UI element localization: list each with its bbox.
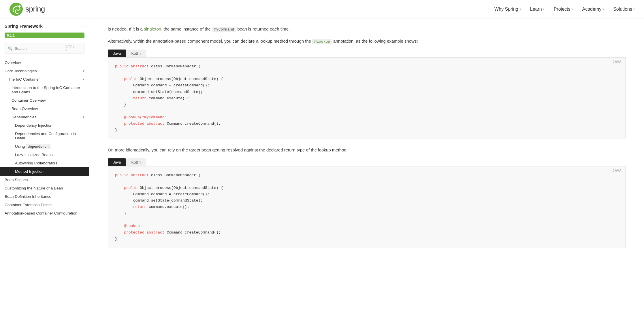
sidebar-item-core-technologies[interactable]: Core Technologies ▾ xyxy=(0,67,89,75)
svg-point-1 xyxy=(19,5,21,7)
sidebar-item-container-extension[interactable]: Container Extension Points xyxy=(0,201,89,209)
annotation-config-chevron: › xyxy=(83,212,84,215)
main-layout: Spring Framework ··· 6.1.1 🔍 CTRL + K Ov… xyxy=(0,18,644,332)
nav-solutions[interactable]: Solutions ▾ xyxy=(613,7,635,12)
search-shortcut: CTRL + K xyxy=(65,45,81,52)
my-command-inline-code: myCommand xyxy=(212,27,236,32)
nav-projects-chevron: ▾ xyxy=(571,7,573,11)
code-block-2: JAVA public abstract class CommandManage… xyxy=(108,166,626,248)
sidebar-item-dependency-injection[interactable]: Dependency Injection xyxy=(0,121,89,130)
nav-why-spring[interactable]: Why Spring ▾ xyxy=(494,7,521,12)
main-content: is needed. If it is a singleton, the sam… xyxy=(89,18,644,332)
nav-learn-chevron: ▾ xyxy=(543,7,545,11)
sidebar-title: Spring Framework xyxy=(5,24,43,29)
sidebar-item-dependencies-config[interactable]: Dependencies and Configuration in Detail xyxy=(0,130,89,142)
sidebar-item-container-overview[interactable]: Container Overview xyxy=(0,96,89,105)
sidebar-item-bean-definition-inheritance[interactable]: Bean Definition Inheritance xyxy=(0,192,89,201)
nav-why-spring-chevron: ▾ xyxy=(519,7,521,11)
code-block-1: JAVA public abstract class CommandManage… xyxy=(108,57,626,139)
nav-solutions-chevron: ▾ xyxy=(633,7,635,11)
tab-kotlin-1[interactable]: Kotlin xyxy=(126,50,146,57)
ioc-container-chevron: ▾ xyxy=(83,77,84,81)
sidebar-item-bean-overview[interactable]: Bean Overview xyxy=(0,105,89,113)
main-nav: Why Spring ▾ Learn ▾ Projects ▾ Academy … xyxy=(494,7,635,12)
sidebar-nav: Overview Core Technologies ▾ The IoC Con… xyxy=(0,57,89,332)
sidebar-item-autowiring[interactable]: Autowiring Collaborators xyxy=(0,159,89,167)
sidebar-item-customizing-bean[interactable]: Customizing the Nature of a Bean xyxy=(0,184,89,192)
sidebar-item-dependencies[interactable]: Dependencies ▾ xyxy=(0,113,89,121)
code-content-1: public abstract class CommandManager { p… xyxy=(108,58,625,139)
svg-point-0 xyxy=(10,2,23,16)
nav-academy[interactable]: Academy ▾ xyxy=(582,7,604,12)
header: spring Why Spring ▾ Learn ▾ Projects ▾ A… xyxy=(0,0,644,18)
sidebar-item-introduction[interactable]: Introduction to the Spring IoC Container… xyxy=(0,84,89,96)
logo[interactable]: spring xyxy=(9,2,45,16)
version-badge[interactable]: 6.1.1 xyxy=(5,33,84,38)
sidebar-item-lazy-beans[interactable]: Lazy-initialized Beans xyxy=(0,151,89,159)
sidebar-item-depends-on[interactable]: Using depends-on xyxy=(0,142,89,151)
nav-projects-label: Projects xyxy=(554,7,570,12)
code-tabs-1: Java Kotlin xyxy=(108,50,626,57)
nav-solutions-label: Solutions xyxy=(613,7,632,12)
code-content-2: public abstract class CommandManager { p… xyxy=(108,166,625,248)
search-box[interactable]: 🔍 CTRL + K xyxy=(5,43,84,54)
tab-java-2[interactable]: Java xyxy=(108,158,126,166)
tab-java-1[interactable]: Java xyxy=(108,50,126,57)
nav-academy-label: Academy xyxy=(582,7,601,12)
sidebar-item-method-injection[interactable]: Method Injection xyxy=(0,167,89,176)
nav-learn[interactable]: Learn ▾ xyxy=(530,7,545,12)
search-icon: 🔍 xyxy=(8,46,12,51)
content-para-2: Alternatively, within the annotation-bas… xyxy=(108,37,626,45)
sidebar-menu-icon[interactable]: ··· xyxy=(78,23,84,29)
singleton-link[interactable]: singleton xyxy=(144,26,161,31)
sidebar-item-bean-scopes[interactable]: Bean Scopes xyxy=(0,176,89,184)
code-block-1-wrapper: Java Kotlin JAVA public abstract class C… xyxy=(108,50,626,139)
core-technologies-chevron: ▾ xyxy=(83,69,84,73)
nav-projects[interactable]: Projects ▾ xyxy=(554,7,573,12)
code-tabs-2: Java Kotlin xyxy=(108,158,626,166)
sidebar-item-annotation-config[interactable]: Annotation-based Container Configuration… xyxy=(0,209,89,217)
nav-why-spring-label: Why Spring xyxy=(494,7,518,12)
sidebar-header: Spring Framework ··· xyxy=(0,18,89,31)
content-para-1: is needed. If it is a singleton, the sam… xyxy=(108,25,626,33)
code-lang-label-1: JAVA xyxy=(613,60,622,63)
lookup-annotation-inline: @Lookup xyxy=(312,39,332,44)
search-input[interactable] xyxy=(15,46,63,51)
spring-logo-icon xyxy=(9,2,23,16)
content-para-3: Or, more idiomatically, you can rely on … xyxy=(108,146,626,154)
tab-kotlin-2[interactable]: Kotlin xyxy=(126,158,146,166)
nav-academy-chevron: ▾ xyxy=(602,7,604,11)
sidebar-item-ioc-container[interactable]: The IoC Container ▾ xyxy=(0,75,89,84)
code-block-2-wrapper: Java Kotlin JAVA public abstract class C… xyxy=(108,158,626,248)
sidebar-item-overview[interactable]: Overview xyxy=(0,58,89,67)
nav-learn-label: Learn xyxy=(530,7,542,12)
dependencies-chevron: ▾ xyxy=(83,115,84,119)
code-lang-label-2: JAVA xyxy=(613,169,622,172)
sidebar: Spring Framework ··· 6.1.1 🔍 CTRL + K Ov… xyxy=(0,18,89,332)
logo-text: spring xyxy=(25,5,45,14)
